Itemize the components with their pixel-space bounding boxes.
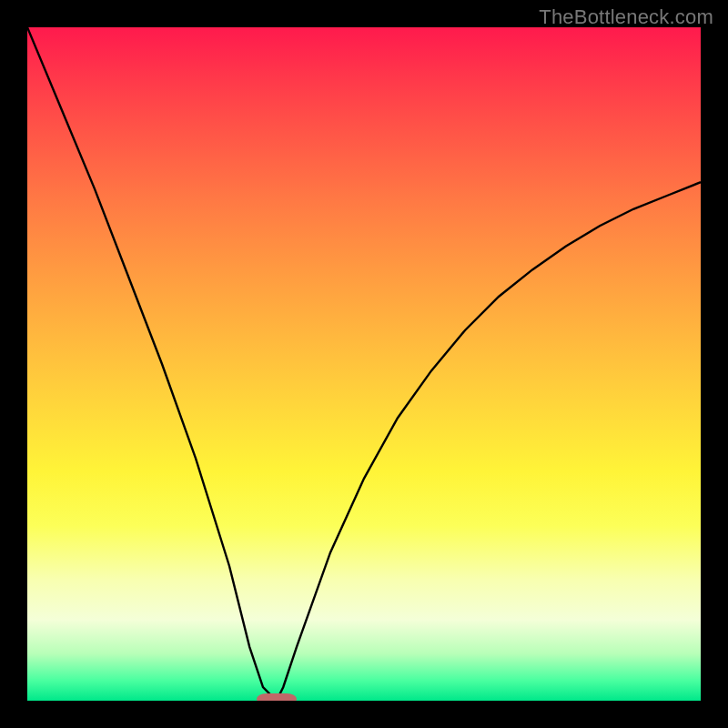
watermark-text: TheBottleneck.com bbox=[539, 5, 713, 29]
optimal-marker bbox=[257, 693, 297, 701]
plot-area bbox=[27, 27, 701, 701]
bottleneck-curve bbox=[27, 27, 701, 701]
chart-frame: TheBottleneck.com bbox=[0, 0, 728, 728]
